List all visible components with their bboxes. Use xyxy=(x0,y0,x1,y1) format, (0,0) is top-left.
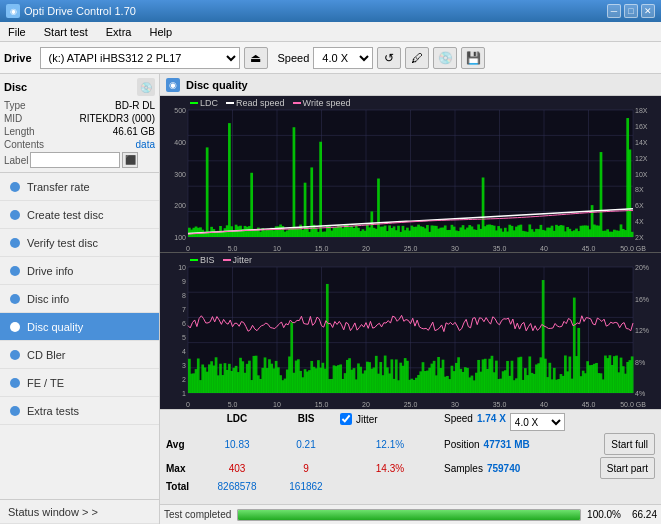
status-window-button[interactable]: Status window > > xyxy=(0,500,159,524)
start-part-button[interactable]: Start part xyxy=(600,457,655,479)
svg-rect-228 xyxy=(600,152,603,237)
sidebar-item-extra-tests[interactable]: Extra tests xyxy=(0,397,159,425)
ldc-max: 403 xyxy=(202,463,272,474)
sidebar-item-cd-bler[interactable]: CD Bler xyxy=(0,341,159,369)
progress-bar-fill xyxy=(238,510,580,520)
sidebar-item-drive-info[interactable]: Drive info xyxy=(0,257,159,285)
svg-text:8%: 8% xyxy=(635,359,645,366)
svg-rect-51 xyxy=(206,147,209,237)
svg-text:10X: 10X xyxy=(635,171,648,178)
svg-text:15.0: 15.0 xyxy=(315,245,329,252)
max-label: Max xyxy=(166,463,198,474)
sidebar-item-fe-te[interactable]: FE / TE xyxy=(0,369,159,397)
bis-avg: 0.21 xyxy=(276,439,336,450)
maximize-button[interactable]: □ xyxy=(624,4,638,18)
svg-text:8: 8 xyxy=(182,292,186,299)
right-panel: ◉ Disc quality LDC Read speed xyxy=(160,74,661,524)
main-content: Disc 💿 Type BD-R DL MID RITEKDR3 (000) L… xyxy=(0,74,661,524)
contents-label: Contents xyxy=(4,139,44,150)
speed-stat-select[interactable]: 4.0 X xyxy=(510,413,565,431)
position-value: 47731 MB xyxy=(484,439,530,450)
svg-text:16X: 16X xyxy=(635,123,648,130)
svg-text:5.0: 5.0 xyxy=(228,401,238,408)
progress-bar-container xyxy=(237,509,581,521)
legend-read-speed: Read speed xyxy=(226,98,285,108)
samples-label: Samples xyxy=(444,463,483,474)
minimize-button[interactable]: ─ xyxy=(607,4,621,18)
sidebar-item-create-test-disc[interactable]: Create test disc xyxy=(0,201,159,229)
jitter-label: Jitter xyxy=(356,414,378,425)
svg-text:100: 100 xyxy=(174,234,186,241)
svg-text:25.0: 25.0 xyxy=(404,401,418,408)
legend-jitter: Jitter xyxy=(223,255,253,265)
svg-text:200: 200 xyxy=(174,202,186,209)
svg-text:40: 40 xyxy=(540,401,548,408)
svg-text:10: 10 xyxy=(178,264,186,271)
eject-button[interactable]: ⏏ xyxy=(244,47,268,69)
svg-text:16%: 16% xyxy=(635,296,649,303)
ldc-avg: 10.83 xyxy=(202,439,272,450)
svg-text:20: 20 xyxy=(362,245,370,252)
type-value: BD-R DL xyxy=(115,100,155,111)
svg-rect-241 xyxy=(629,149,632,237)
start-full-button[interactable]: Start full xyxy=(604,433,655,455)
disc-title: Disc xyxy=(4,81,27,93)
speed-label: Speed xyxy=(278,52,310,64)
drive-select[interactable]: (k:) ATAPI iHBS312 2 PL17 xyxy=(40,47,240,69)
svg-text:20: 20 xyxy=(362,401,370,408)
svg-rect-61 xyxy=(228,123,231,237)
legend-ldc: LDC xyxy=(190,98,218,108)
sidebar-item-verify-test-disc[interactable]: Verify test disc xyxy=(0,229,159,257)
save-button[interactable]: 💾 xyxy=(461,47,485,69)
label-input[interactable] xyxy=(30,152,120,168)
svg-text:4X: 4X xyxy=(635,218,644,225)
speed-select-toolbar[interactable]: 4.0 X xyxy=(313,47,373,69)
disc-button[interactable]: 💿 xyxy=(433,47,457,69)
menu-extra[interactable]: Extra xyxy=(102,24,136,40)
type-label: Type xyxy=(4,100,26,111)
svg-text:35.0: 35.0 xyxy=(493,401,507,408)
svg-rect-90 xyxy=(293,127,296,237)
sidebar-item-disc-info[interactable]: Disc info xyxy=(0,285,159,313)
bis-chart: 05.01015.02025.03035.04045.050.0 GB12345… xyxy=(160,253,661,409)
app-icon: ◉ xyxy=(6,4,20,18)
sidebar-item-transfer-rate[interactable]: Transfer rate xyxy=(0,173,159,201)
samples-value: 759740 xyxy=(487,463,520,474)
progress-area: Test completed 100.0% 66.24 xyxy=(160,504,661,524)
svg-text:6X: 6X xyxy=(635,202,644,209)
contents-value: data xyxy=(136,139,155,150)
menu-start-test[interactable]: Start test xyxy=(40,24,92,40)
svg-text:25.0: 25.0 xyxy=(404,245,418,252)
legend-bis: BIS xyxy=(190,255,215,265)
settings-button[interactable]: 🖊 xyxy=(405,47,429,69)
svg-rect-242 xyxy=(631,232,634,237)
svg-text:0: 0 xyxy=(186,245,190,252)
sidebar-item-disc-quality[interactable]: Disc quality xyxy=(0,313,159,341)
avg-label: Avg xyxy=(166,439,198,450)
svg-text:30: 30 xyxy=(451,245,459,252)
legend-write-speed: Write speed xyxy=(293,98,351,108)
nav-items: Transfer rate Create test disc Verify te… xyxy=(0,173,159,499)
svg-text:5.0: 5.0 xyxy=(228,245,238,252)
ldc-col-header: LDC xyxy=(202,413,272,424)
svg-text:500: 500 xyxy=(174,107,186,114)
svg-text:40: 40 xyxy=(540,245,548,252)
menu-help[interactable]: Help xyxy=(145,24,176,40)
svg-text:20%: 20% xyxy=(635,264,649,271)
speed-stat-label: Speed xyxy=(444,413,473,424)
svg-text:2: 2 xyxy=(182,376,186,383)
svg-text:45.0: 45.0 xyxy=(582,401,596,408)
svg-text:50.0 GB: 50.0 GB xyxy=(620,401,646,408)
jitter-checkbox[interactable] xyxy=(340,413,352,425)
toolbar: Drive (k:) ATAPI iHBS312 2 PL17 ⏏ Speed … xyxy=(0,42,661,74)
svg-text:12%: 12% xyxy=(635,327,649,334)
svg-text:50.0 GB: 50.0 GB xyxy=(620,245,646,252)
charts-area: LDC Read speed Write speed 05.01015.0202… xyxy=(160,96,661,409)
ldc-total: 8268578 xyxy=(202,481,272,492)
label-browse-button[interactable]: ⬛ xyxy=(122,152,138,168)
refresh-button[interactable]: ↺ xyxy=(377,47,401,69)
svg-text:5: 5 xyxy=(182,334,186,341)
chart2-legend: BIS Jitter xyxy=(190,255,252,265)
menu-file[interactable]: File xyxy=(4,24,30,40)
close-button[interactable]: ✕ xyxy=(641,4,655,18)
